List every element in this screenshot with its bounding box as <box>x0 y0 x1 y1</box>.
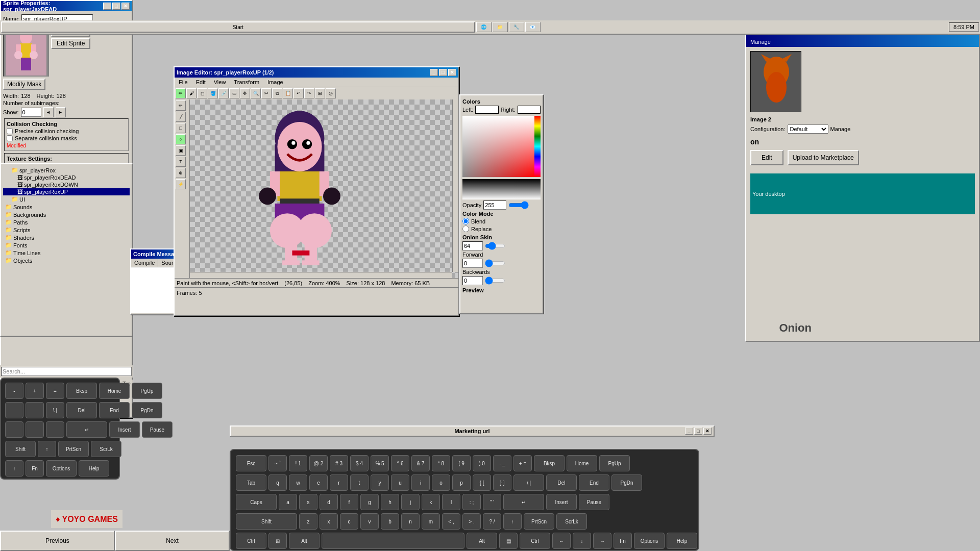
show-input[interactable] <box>21 108 41 117</box>
edit-sprite-button[interactable]: Edit Sprite <box>51 38 90 49</box>
forward-input[interactable] <box>462 259 483 268</box>
sprite-canvas[interactable] <box>190 99 458 278</box>
menu-file[interactable]: File <box>177 79 190 86</box>
tree-item-scripts[interactable]: 📁Scripts <box>3 226 130 234</box>
key-shift-l[interactable]: Shift <box>236 513 297 530</box>
backwards-input[interactable] <box>462 276 483 285</box>
key-v[interactable]: v <box>360 513 379 530</box>
tool-ellipse[interactable]: ○ <box>176 134 186 144</box>
key-x[interactable]: x <box>320 513 338 530</box>
sk-eq[interactable]: = <box>46 383 64 399</box>
key-del[interactable]: Del <box>546 474 577 491</box>
key-t[interactable]: t <box>350 474 369 491</box>
maximize-button[interactable]: □ <box>112 3 120 10</box>
tool-eraser[interactable]: ◻ <box>197 88 207 98</box>
key-up[interactable]: ↑ <box>503 513 522 530</box>
backwards-slider[interactable] <box>485 277 505 285</box>
key-rbracket[interactable]: } ] <box>493 474 511 491</box>
sk-bksp[interactable]: Bksp <box>66 383 97 399</box>
ie-close[interactable]: ✕ <box>448 69 456 76</box>
key-pause[interactable]: Pause <box>579 494 609 510</box>
key-4[interactable]: $ 4 <box>350 455 369 471</box>
sk-help[interactable]: Help <box>79 460 109 477</box>
menu-view[interactable]: View <box>212 79 228 86</box>
sk-end[interactable]: End <box>99 402 130 418</box>
sk-del[interactable]: Del <box>66 402 97 418</box>
sk-shift[interactable]: Shift <box>5 441 36 457</box>
key-8[interactable]: * 8 <box>432 455 450 471</box>
tool-select[interactable]: ▭ <box>229 88 239 98</box>
tool-grid[interactable]: ⊞ <box>315 88 325 98</box>
key-comma[interactable]: < , <box>442 513 460 530</box>
sk-insert[interactable]: Insert <box>109 421 140 438</box>
key-f[interactable]: f <box>340 494 358 510</box>
tool-pencil2[interactable]: ✏ <box>176 101 186 111</box>
next-button[interactable]: Next <box>115 531 230 551</box>
key-5[interactable]: % 5 <box>371 455 389 471</box>
color-picker-area[interactable] <box>462 116 541 177</box>
key-j[interactable]: j <box>401 494 420 510</box>
key-backslash[interactable]: \ | <box>513 474 544 491</box>
tree-item-spr-up[interactable]: 🖼spr_playerRoxUP <box>3 188 130 195</box>
hue-slider[interactable] <box>534 116 541 177</box>
previous-button[interactable]: Previous <box>0 531 115 551</box>
key-e[interactable]: e <box>309 474 328 491</box>
key-q[interactable]: q <box>268 474 287 491</box>
h-scrollbar[interactable] <box>190 272 452 278</box>
tree-item-spr-dead[interactable]: 🖼spr_playerRoxDEAD <box>3 174 130 181</box>
sk-up[interactable]: ↑ <box>38 441 56 457</box>
menu-image[interactable]: Image <box>265 79 285 86</box>
key-s[interactable]: s <box>299 494 317 510</box>
taskbar-icon-4[interactable]: 📧 <box>525 22 541 32</box>
key-pgup[interactable]: PgUp <box>599 455 630 471</box>
key-g[interactable]: g <box>360 494 379 510</box>
onion-slider[interactable] <box>485 242 505 250</box>
key-i[interactable]: i <box>411 474 430 491</box>
key-insert[interactable]: Insert <box>546 494 577 510</box>
key-m[interactable]: m <box>422 513 440 530</box>
tool-copy[interactable]: ⧉ <box>272 88 282 98</box>
sk-options[interactable]: Options <box>46 460 77 477</box>
sk-s4[interactable] <box>26 421 44 438</box>
key-menu[interactable]: ▤ <box>499 533 518 549</box>
ie-maximize[interactable]: □ <box>439 69 447 76</box>
tool-undo[interactable]: ↶ <box>293 88 304 98</box>
tree-item-shaders[interactable]: 📁Shaders <box>3 234 130 241</box>
tool-brush[interactable]: 🖌 <box>186 88 197 98</box>
sk-s2[interactable] <box>26 402 44 418</box>
close-button[interactable]: ✕ <box>121 3 130 10</box>
key-alt-r[interactable]: Alt <box>467 533 497 549</box>
bw-gradient[interactable] <box>462 179 541 199</box>
tree-item-spr-down[interactable]: 🖼spr_playerRoxDOWN <box>3 181 130 188</box>
sk-plus[interactable]: + <box>26 383 44 399</box>
config-select[interactable]: Default <box>788 124 828 134</box>
sk-pause[interactable]: Pause <box>142 421 173 438</box>
sk-bslash[interactable]: \ | <box>46 402 64 418</box>
key-tab[interactable]: Tab <box>236 474 266 491</box>
key-quote[interactable]: " ' <box>483 494 501 510</box>
key-help[interactable]: Help <box>667 533 697 549</box>
replace-radio[interactable] <box>462 226 469 232</box>
mkt-maximize[interactable]: □ <box>694 428 702 435</box>
sk-prtscn[interactable]: PrtScn <box>58 441 89 457</box>
modify-mask-button[interactable]: Modify Mask <box>3 79 45 90</box>
upload-button[interactable]: Upload to Marketplace <box>788 150 859 165</box>
key-o[interactable]: o <box>432 474 450 491</box>
minimize-button[interactable]: _ <box>103 3 111 10</box>
key-tilde[interactable]: ~ ` <box>268 455 287 471</box>
sk-home[interactable]: Home <box>99 383 130 399</box>
key-u[interactable]: u <box>391 474 409 491</box>
key-ctrl-r[interactable]: Ctrl <box>520 533 550 549</box>
menu-edit[interactable]: Edit <box>194 79 208 86</box>
tree-item-ui[interactable]: 📁UI <box>3 195 130 203</box>
key-9[interactable]: ( 9 <box>452 455 471 471</box>
key-caps[interactable]: Caps <box>236 494 277 510</box>
key-2[interactable]: @ 2 <box>309 455 328 471</box>
v-scrollbar[interactable] <box>452 99 458 272</box>
key-lbracket[interactable]: { [ <box>473 474 491 491</box>
tool-paste[interactable]: 📋 <box>283 88 293 98</box>
tool-redo[interactable]: ↷ <box>304 88 314 98</box>
tool-line[interactable]: ╱ <box>176 112 186 122</box>
ie-minimize[interactable]: _ <box>430 69 438 76</box>
key-space[interactable] <box>322 533 464 549</box>
